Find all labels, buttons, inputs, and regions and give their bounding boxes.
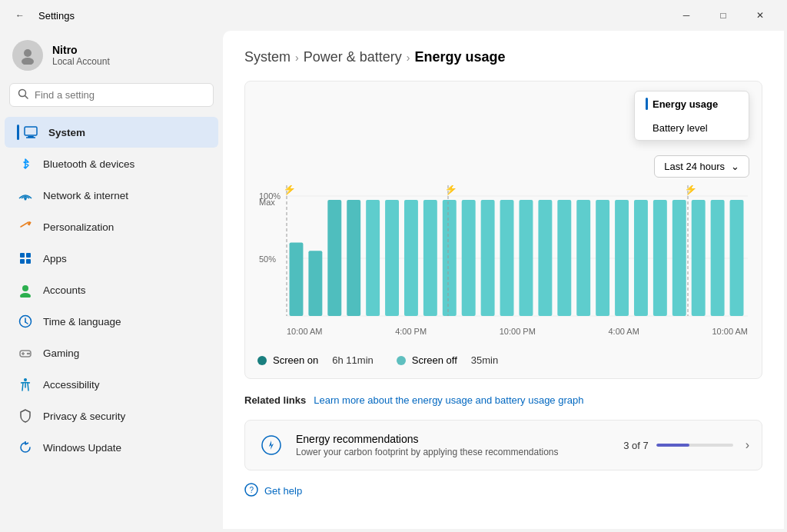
svg-rect-11 — [20, 253, 25, 258]
svg-point-8 — [25, 198, 27, 201]
svg-text:Max: Max — [259, 198, 275, 207]
svg-rect-41 — [462, 200, 476, 316]
nav-label-accessibility: Accessibility — [43, 379, 100, 391]
svg-rect-37 — [385, 200, 399, 316]
sidebar-item-personalization[interactable]: Personalization — [5, 211, 218, 242]
sidebar: Nitro Local Account System Bluetooth & d… — [0, 28, 223, 532]
title-bar: ← Settings ─ □ ✕ — [0, 0, 787, 28]
search-box[interactable] — [9, 83, 214, 107]
nav-label-bluetooth: Bluetooth & devices — [43, 158, 134, 170]
svg-text:⚡: ⚡ — [684, 185, 698, 196]
legend-screen-on: Screen on 6h 11min — [257, 354, 374, 366]
sidebar-item-gaming[interactable]: Gaming — [5, 337, 218, 368]
back-button[interactable]: ← — [9, 5, 31, 26]
legend-screen-off: Screen off 35min — [397, 354, 498, 366]
active-bar — [17, 125, 19, 140]
related-links-link[interactable]: Learn more about the energy usage and ba… — [314, 394, 583, 406]
chart-svg: 100% Max 50% ⚡ ⚡ ⚡ — [257, 185, 749, 324]
dropdown-item-battery[interactable]: Battery level — [635, 116, 749, 140]
sidebar-item-system[interactable]: System — [5, 117, 218, 148]
legend-dot-on — [257, 356, 267, 365]
search-input[interactable] — [35, 89, 205, 101]
system-icon — [22, 124, 39, 141]
sidebar-item-apps[interactable]: Apps — [5, 243, 218, 274]
time-range-dropdown[interactable]: Last 24 hours ⌄ — [654, 155, 749, 178]
privacy-icon — [17, 407, 34, 424]
svg-line-9 — [21, 222, 28, 227]
svg-point-25 — [24, 378, 27, 381]
user-info: Nitro Local Account — [52, 44, 110, 67]
apps-icon — [17, 250, 34, 267]
nav-label-apps: Apps — [43, 253, 67, 264]
minimize-button[interactable]: ─ — [669, 5, 704, 26]
x-label-5: 10:00 AM — [712, 327, 747, 336]
dropdown-item-energy[interactable]: Energy usage — [635, 91, 749, 116]
screen-off-value: 35min — [471, 354, 498, 366]
chart-type-dropdown[interactable]: Energy usage Battery level — [634, 91, 749, 141]
svg-rect-43 — [500, 200, 514, 316]
page-title: Energy usage — [414, 49, 505, 65]
chart-legend: Screen on 6h 11min Screen off 35min — [257, 347, 749, 366]
svg-rect-42 — [481, 200, 495, 316]
nav-label-gaming: Gaming — [43, 347, 79, 359]
recommendation-progress-bar — [656, 444, 733, 447]
search-icon — [18, 88, 28, 101]
recommendation-icon — [257, 431, 285, 459]
svg-rect-40 — [443, 200, 457, 316]
x-label-3: 10:00 PM — [500, 327, 536, 336]
nav-label-system: System — [48, 127, 85, 138]
gaming-icon — [17, 344, 34, 361]
svg-point-15 — [22, 285, 28, 291]
sidebar-item-network[interactable]: Network & internet — [5, 180, 218, 211]
svg-rect-54 — [711, 200, 725, 316]
svg-rect-50 — [634, 200, 648, 316]
breadcrumb-chevron-2: › — [407, 52, 410, 64]
nav-label-privacy: Privacy & security — [43, 411, 125, 422]
svg-rect-39 — [423, 200, 437, 316]
recommendation-chevron-icon: › — [745, 438, 749, 452]
svg-point-16 — [20, 293, 31, 298]
svg-rect-53 — [692, 200, 706, 316]
close-button[interactable]: ✕ — [742, 5, 778, 26]
nav-label-time: Time & language — [43, 316, 121, 328]
sidebar-item-bluetooth[interactable]: Bluetooth & devices — [5, 148, 218, 179]
svg-line-3 — [25, 96, 28, 99]
get-help[interactable]: ? Get help — [244, 483, 762, 499]
user-name: Nitro — [52, 44, 110, 56]
nav-label-personalization: Personalization — [43, 221, 114, 233]
sidebar-item-accounts[interactable]: Accounts — [5, 274, 218, 305]
chart-x-labels: 10:00 AM 4:00 PM 10:00 PM 4:00 AM 10:00 … — [257, 324, 749, 336]
svg-rect-55 — [730, 200, 744, 316]
svg-rect-38 — [404, 200, 418, 316]
get-help-icon: ? — [244, 483, 258, 499]
maximize-button[interactable]: □ — [706, 5, 741, 26]
svg-rect-13 — [20, 259, 25, 264]
app-body: Nitro Local Account System Bluetooth & d… — [0, 28, 787, 532]
recommendation-sub: Lower your carbon footprint by applying … — [296, 447, 623, 457]
svg-point-0 — [24, 49, 32, 57]
svg-text:⚡: ⚡ — [283, 185, 297, 196]
title-bar-left: ← Settings — [9, 5, 75, 26]
nav-label-accounts: Accounts — [43, 284, 86, 296]
svg-point-24 — [28, 353, 30, 354]
main-content: System › Power & battery › Energy usage … — [223, 31, 784, 529]
sidebar-item-privacy[interactable]: Privacy & security — [5, 401, 218, 431]
svg-rect-45 — [538, 200, 552, 316]
svg-line-19 — [25, 322, 28, 324]
selected-indicator — [646, 98, 648, 110]
svg-rect-52 — [672, 200, 686, 316]
recommendation-title: Energy recommendations — [296, 433, 623, 445]
sidebar-item-accessibility[interactable]: Accessibility — [5, 369, 218, 400]
window-controls: ─ □ ✕ — [669, 5, 778, 26]
chart-header: Energy usage Battery level Last 24 hours… — [257, 94, 749, 178]
sidebar-item-update[interactable]: Windows Update — [5, 432, 218, 463]
recommendation-card[interactable]: Energy recommendations Lower your carbon… — [244, 420, 762, 470]
svg-rect-48 — [596, 200, 609, 316]
get-help-label: Get help — [264, 485, 302, 497]
svg-rect-34 — [327, 200, 341, 316]
svg-point-1 — [22, 58, 34, 65]
sidebar-item-time[interactable]: Time & language — [5, 306, 218, 337]
user-profile[interactable]: Nitro Local Account — [0, 28, 223, 80]
svg-rect-32 — [289, 243, 303, 316]
breadcrumb-power: Power & battery — [304, 49, 402, 65]
